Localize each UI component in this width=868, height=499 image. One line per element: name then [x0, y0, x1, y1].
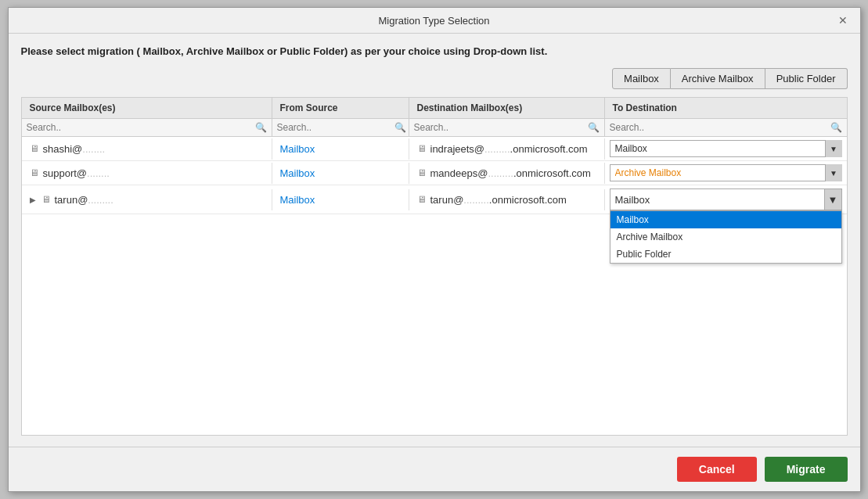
row2-dest-email: mandeeps@..........onmicrosoft.com — [430, 167, 591, 179]
table-row: 🖥 shashi@........ Mailbox 🖥 indrajeets@.… — [22, 137, 847, 161]
row3-dropdown-open-wrapper: Mailbox ▼ Mailbox Archive Mailbox Public… — [610, 188, 842, 210]
col-to-dest: To Destination — [605, 98, 847, 118]
row3-destination: 🖥 tarun@..........onmicrosoft.com — [409, 189, 605, 210]
mailbox-icon: 🖥 — [41, 194, 51, 205]
close-button[interactable]: ✕ — [835, 14, 851, 27]
dialog-title: Migration Type Selection — [34, 15, 835, 27]
dropdown-option-mailbox[interactable]: Mailbox — [610, 211, 841, 228]
from-source-search-cell: 🔍 — [272, 119, 409, 136]
mailbox-icon: 🖥 — [30, 143, 39, 154]
dropdown-option-archive[interactable]: Archive Mailbox — [610, 228, 841, 246]
table-row: ▶ 🖥 tarun@......... Mailbox 🖥 tarun@....… — [22, 185, 847, 214]
row3-dropdown-arrow-icon[interactable]: ▼ — [824, 189, 841, 210]
row2-to-dest: Mailbox Archive Mailbox Public Folder ▼ — [605, 161, 847, 185]
table-header: Source Mailbox(es) From Source Destinati… — [22, 98, 847, 119]
source-search-cell: 🔍 — [22, 119, 272, 136]
row1-dest-type-select[interactable]: Mailbox Archive Mailbox Public Folder — [610, 140, 842, 157]
row2-from-source-link[interactable]: Mailbox — [280, 167, 315, 179]
row2-from-source: Mailbox — [272, 163, 409, 184]
row3-source-email: tarun@......... — [55, 194, 113, 206]
row1-from-source: Mailbox — [272, 138, 409, 160]
archive-mailbox-type-button[interactable]: Archive Mailbox — [671, 68, 765, 89]
title-bar: Migration Type Selection ✕ — [9, 8, 860, 34]
row1-source-email: shashi@........ — [43, 143, 106, 155]
from-source-search-icon: 🔍 — [394, 122, 406, 133]
to-dest-search-input[interactable] — [610, 122, 830, 133]
source-search-input[interactable] — [27, 122, 255, 133]
table-row: 🖥 support@........ Mailbox 🖥 mandeeps@..… — [22, 161, 847, 185]
public-folder-type-button[interactable]: Public Folder — [765, 68, 848, 89]
row3-dropdown-popup: Mailbox Archive Mailbox Public Folder — [610, 210, 842, 264]
row1-source: 🖥 shashi@........ — [22, 138, 272, 160]
row2-source-email: support@........ — [43, 167, 110, 179]
row3-selected-value: Mailbox — [615, 194, 821, 206]
row2-source: 🖥 support@........ — [22, 163, 272, 184]
dialog-footer: Cancel Migrate — [9, 447, 860, 491]
row1-to-dest: Mailbox Archive Mailbox Public Folder ▼ — [605, 137, 847, 160]
mailbox-icon: 🖥 — [417, 143, 427, 154]
mailbox-icon: 🖥 — [417, 194, 427, 205]
instruction-text: Please select migration ( Mailbox, Archi… — [21, 45, 848, 59]
dest-search-cell: 🔍 — [409, 119, 605, 136]
row2-dropdown-wrapper: Mailbox Archive Mailbox Public Folder ▼ — [610, 164, 842, 181]
migration-table: Source Mailbox(es) From Source Destinati… — [21, 97, 848, 436]
to-dest-search-icon: 🔍 — [830, 122, 842, 133]
expand-icon[interactable]: ▶ — [30, 196, 36, 204]
row3-to-dest: Mailbox ▼ Mailbox Archive Mailbox Public… — [605, 185, 847, 214]
row1-destination: 🖥 indrajeets@..........onmicrosoft.com — [409, 138, 605, 160]
row3-from-source-link[interactable]: Mailbox — [280, 194, 315, 206]
row1-from-source-link[interactable]: Mailbox — [280, 143, 315, 155]
dest-search-input[interactable] — [414, 122, 588, 133]
mailbox-icon: 🖥 — [417, 167, 427, 178]
row3-source: ▶ 🖥 tarun@......... — [22, 189, 272, 210]
row3-from-source: Mailbox — [272, 189, 409, 210]
row1-dest-email: indrajeets@..........onmicrosoft.com — [430, 143, 588, 155]
mailbox-type-button[interactable]: Mailbox — [612, 68, 671, 89]
search-row: 🔍 🔍 🔍 🔍 — [22, 119, 847, 137]
col-from-source: From Source — [272, 98, 409, 118]
row1-dropdown-wrapper: Mailbox Archive Mailbox Public Folder ▼ — [610, 140, 842, 157]
migration-dialog: Migration Type Selection ✕ Please select… — [8, 7, 861, 492]
row2-destination: 🖥 mandeeps@..........onmicrosoft.com — [409, 163, 605, 184]
from-source-search-input[interactable] — [277, 122, 394, 133]
row2-dest-type-select[interactable]: Mailbox Archive Mailbox Public Folder — [610, 164, 842, 181]
type-button-group: Mailbox Archive Mailbox Public Folder — [21, 68, 848, 89]
migrate-button[interactable]: Migrate — [765, 457, 848, 482]
mailbox-icon: 🖥 — [30, 167, 39, 178]
to-dest-search-cell: 🔍 — [605, 119, 847, 136]
dropdown-option-public[interactable]: Public Folder — [610, 246, 841, 263]
col-source-mailboxes: Source Mailbox(es) — [22, 98, 272, 118]
source-search-icon: 🔍 — [255, 122, 267, 133]
dialog-body: Please select migration ( Mailbox, Archi… — [9, 34, 860, 447]
dest-search-icon: 🔍 — [588, 122, 600, 133]
col-dest-mailboxes: Destination Mailbox(es) — [409, 98, 605, 118]
row3-dest-email: tarun@..........onmicrosoft.com — [430, 194, 567, 206]
cancel-button[interactable]: Cancel — [677, 457, 757, 482]
